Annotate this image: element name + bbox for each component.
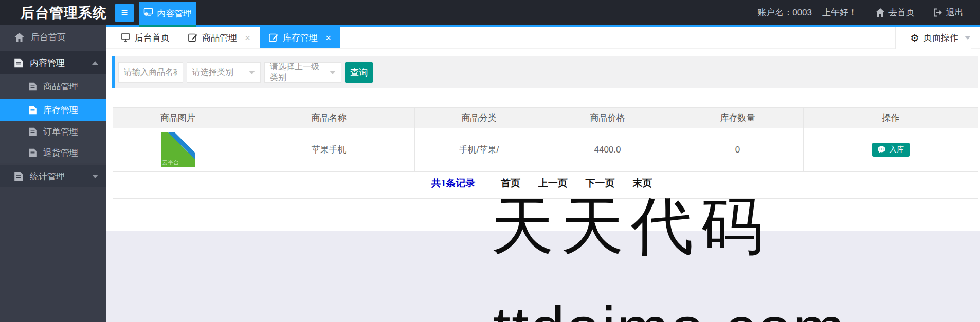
go-home-link[interactable]: 去首页 bbox=[876, 7, 915, 18]
category-select[interactable]: 请选择类别 bbox=[187, 62, 261, 83]
sidebar-item-label: 库存管理 bbox=[43, 104, 78, 116]
go-home-label: 去首页 bbox=[888, 7, 915, 18]
sidebar-submenu: 商品管理 库存管理 bbox=[0, 74, 106, 163]
filter-bar: 请选择类别 请选择上一级类别 查询 bbox=[112, 56, 978, 88]
product-name-cell: 苹果手机 bbox=[243, 128, 415, 171]
record-count: 共1条记录 bbox=[431, 178, 476, 188]
header-bar: 后台管理系统 ≡ 内容管理 账户名：0003 上午好！ bbox=[0, 0, 980, 25]
tab-label: 后台首页 bbox=[135, 32, 170, 44]
chevron-down-icon bbox=[330, 71, 336, 74]
sidebar-item-label: 后台首页 bbox=[31, 31, 66, 43]
monitor-icon bbox=[121, 33, 130, 42]
sidebar-item-label: 商品管理 bbox=[43, 81, 78, 92]
chevron-down-icon bbox=[249, 71, 255, 74]
tab-bar: 后台首页 商品管理 × 库存管理 bbox=[106, 27, 980, 49]
last-page-link[interactable]: 末页 bbox=[632, 178, 652, 188]
admin-page: 后台管理系统 ≡ 内容管理 账户名：0003 上午好！ bbox=[0, 0, 980, 322]
chevron-down-icon bbox=[965, 36, 971, 40]
header-tab-label: 内容管理 bbox=[157, 8, 192, 20]
chevron-up-icon bbox=[92, 61, 98, 65]
column-header: 商品图片 bbox=[113, 108, 243, 128]
sidebar-item-label: 退货管理 bbox=[43, 147, 78, 159]
home-icon bbox=[876, 8, 885, 17]
header-tab-content-mgmt[interactable]: 内容管理 bbox=[139, 2, 196, 25]
watermark-text-line2: ttdaima.com bbox=[493, 298, 846, 322]
chevron-down-icon bbox=[92, 175, 98, 178]
logout-label: 退出 bbox=[946, 7, 964, 18]
search-button[interactable]: 查询 bbox=[345, 62, 373, 83]
document-icon bbox=[29, 106, 37, 115]
tab-label: 库存管理 bbox=[283, 32, 318, 44]
sidebar-item-home[interactable]: 后台首页 bbox=[0, 26, 106, 48]
column-header: 操作 bbox=[804, 108, 978, 128]
tab-inventory-mgmt[interactable]: 库存管理 × bbox=[260, 27, 340, 48]
greeting-text: 上午好！ bbox=[822, 7, 857, 18]
action-cell: 入库 bbox=[804, 128, 978, 171]
table-header-row: 商品图片 商品名称 商品分类 商品价格 库存数量 操作 bbox=[113, 108, 978, 128]
product-category-cell: 手机/苹果/ bbox=[415, 128, 543, 171]
first-page-link[interactable]: 首页 bbox=[501, 178, 520, 188]
document-icon bbox=[14, 172, 23, 181]
home-icon bbox=[14, 33, 24, 42]
sidebar-item-goods-mgmt[interactable]: 商品管理 bbox=[0, 74, 106, 99]
gear-icon: ⚙ bbox=[910, 33, 919, 43]
header-right: 账户名：0003 上午好！ 去首页 bbox=[757, 0, 964, 25]
close-icon[interactable]: × bbox=[245, 33, 250, 43]
sidebar-item-label: 内容管理 bbox=[30, 57, 65, 69]
sidebar-item-label: 订单管理 bbox=[43, 126, 78, 138]
stock-quantity-cell: 0 bbox=[672, 128, 804, 171]
close-icon[interactable]: × bbox=[325, 33, 331, 43]
document-icon bbox=[29, 127, 37, 136]
parent-category-select[interactable]: 请选择上一级类别 bbox=[264, 62, 341, 83]
sidebar-item-inventory-mgmt[interactable]: 库存管理 bbox=[0, 99, 106, 121]
tab-label: 商品管理 bbox=[202, 32, 237, 44]
column-header: 商品价格 bbox=[543, 108, 672, 128]
monitor-gear-icon bbox=[143, 8, 153, 19]
product-price-cell: 4400.0 bbox=[543, 128, 672, 171]
edit-document-icon bbox=[269, 33, 278, 42]
column-header: 库存数量 bbox=[672, 108, 804, 128]
product-name-input[interactable] bbox=[118, 62, 183, 83]
product-image-watermark: 云平台 bbox=[162, 159, 179, 166]
sidebar-item-label: 统计管理 bbox=[30, 171, 65, 182]
page-operations-label: 页面操作 bbox=[923, 32, 958, 44]
logout-link[interactable]: 退出 bbox=[933, 7, 964, 18]
logout-icon bbox=[933, 8, 942, 17]
sidebar-item-returns-mgmt[interactable]: 退货管理 bbox=[0, 142, 106, 163]
inventory-table: 商品图片 商品名称 商品分类 商品价格 库存数量 操作 云平台 bbox=[113, 107, 978, 172]
account-info: 账户名：0003 上午好！ bbox=[757, 7, 857, 18]
hamburger-button[interactable]: ≡ bbox=[115, 4, 134, 22]
table-row: 云平台 苹果手机 手机/苹果/ 4400.0 0 bbox=[113, 128, 978, 171]
parent-category-select-placeholder: 请选择上一级类别 bbox=[270, 62, 325, 83]
tab-admin-home[interactable]: 后台首页 bbox=[112, 27, 179, 48]
document-icon bbox=[14, 58, 23, 68]
hamburger-icon: ≡ bbox=[121, 7, 128, 18]
page-operations-dropdown[interactable]: ⚙ 页面操作 bbox=[895, 27, 971, 49]
document-icon bbox=[29, 82, 37, 91]
stock-in-button[interactable]: 入库 bbox=[872, 143, 910, 157]
tab-goods-mgmt[interactable]: 商品管理 × bbox=[179, 27, 260, 48]
column-header: 商品名称 bbox=[243, 108, 415, 128]
stock-in-label: 入库 bbox=[889, 145, 904, 155]
edit-document-icon bbox=[188, 33, 197, 42]
watermark-text-line1: 天天代码 bbox=[491, 195, 771, 257]
product-image: 云平台 bbox=[161, 132, 195, 167]
app-title: 后台管理系统 bbox=[21, 0, 107, 25]
main-content: 后台首页 商品管理 × 库存管理 bbox=[106, 25, 980, 322]
sidebar-item-stats-mgmt[interactable]: 统计管理 bbox=[0, 165, 106, 187]
prev-page-link[interactable]: 上一页 bbox=[538, 178, 568, 188]
sidebar: 后台首页 内容管理 bbox=[0, 25, 106, 322]
category-select-placeholder: 请选择类别 bbox=[192, 67, 233, 78]
sidebar-item-order-mgmt[interactable]: 订单管理 bbox=[0, 121, 106, 142]
speech-bubble-icon bbox=[877, 146, 886, 154]
product-image-cell: 云平台 bbox=[113, 128, 243, 171]
next-page-link[interactable]: 下一页 bbox=[586, 178, 615, 188]
sidebar-item-content-mgmt[interactable]: 内容管理 bbox=[0, 51, 106, 74]
document-icon bbox=[29, 148, 37, 157]
column-header: 商品分类 bbox=[415, 108, 543, 128]
account-name: 账户名：0003 bbox=[757, 7, 812, 18]
